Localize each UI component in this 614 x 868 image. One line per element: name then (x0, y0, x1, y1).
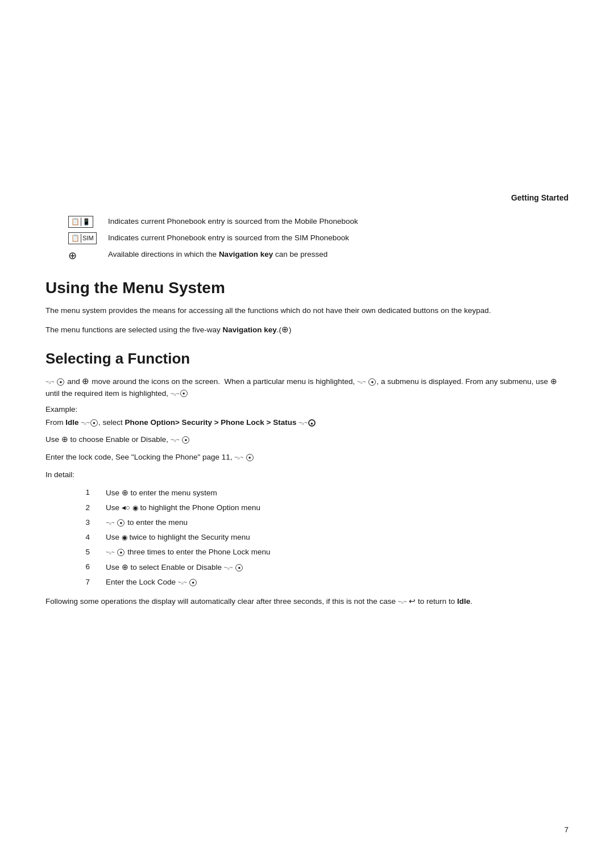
phonebook-mobile-description: Indicates current Phonebook entry is sou… (108, 216, 358, 227)
enter-lock-code: Enter the lock code, See "Locking the Ph… (45, 452, 569, 464)
nav-btn-lock: ● (246, 454, 254, 461)
page: Getting Started 📋📱 Indicates current Pho… (0, 0, 614, 868)
signal-icon-2: ~ᵢₗ~ (357, 379, 366, 385)
step-content: Use ⊕ to select Enable or Disable ~ᵢₗ~ ● (106, 561, 569, 574)
phonebook-sim-description: Indicates current Phonebook entry is sou… (108, 232, 349, 244)
use-nav-enable: Use ⊕ to choose Enable or Disable, ~ᵢₗ~ … (45, 433, 569, 446)
nav-btn-7: ● (189, 579, 197, 586)
step-number: 2 (80, 502, 90, 514)
step-content: Use ◂○ ◉ to highlight the Phone Option m… (106, 502, 569, 514)
section-using-menu: Using the Menu System The menu system pr… (45, 279, 569, 336)
signal-icon-idle: ~ᵢₗ~ (81, 420, 90, 426)
signal-icon-3: ~ᵢₗ~ (171, 391, 180, 397)
step-content: Use ◉ twice to highlight the Security me… (106, 532, 569, 544)
page-number: 7 (565, 825, 569, 834)
signal-icon-3: ~ᵢₗ~ (106, 520, 115, 526)
top-spacer (45, 34, 569, 193)
section1-title: Using the Menu System (45, 279, 569, 297)
icon-list: 📋📱 Indicates current Phonebook entry is … (68, 216, 569, 263)
signal-icon-return: ~ᵢₗ~ (398, 599, 407, 605)
phonebook-sim-icon: 📋SIM (68, 232, 98, 244)
nav-btn-idle: ● (90, 419, 98, 427)
section1-para1: The menu system provides the means for a… (45, 305, 569, 317)
nav-btn-6: ● (235, 564, 243, 571)
signal-icon-6: ~ᵢₗ~ (224, 565, 233, 571)
list-item: 5 ~ᵢₗ~ ● three times to enter the Phone … (80, 546, 569, 558)
step-content: Enter the Lock Code ~ᵢₗ~ ● (106, 577, 569, 589)
signal-icon-1: ~ᵢₗ~ (45, 379, 55, 385)
nav-center-btn-2: ● (368, 378, 376, 386)
example-label: Example: (45, 405, 569, 414)
step-content: ~ᵢₗ~ ● three times to enter the Phone Lo… (106, 546, 569, 558)
list-item: 4 Use ◉ twice to highlight the Security … (80, 532, 569, 544)
section2-title: Selecting a Function (45, 350, 569, 368)
from-idle-instruction: From Idle ~ᵢₗ~●, select Phone Option> Se… (45, 417, 569, 429)
step-content: Use ⊕ to enter the menu system (106, 487, 569, 499)
navigation-key-icon: ⊕ (68, 249, 98, 263)
step-number: 6 (80, 561, 90, 573)
list-item: 📋SIM Indicates current Phonebook entry i… (68, 232, 569, 244)
list-item: 2 Use ◂○ ◉ to highlight the Phone Option… (80, 502, 569, 514)
section-header: Getting Started (45, 193, 569, 202)
nav-center-btn-3: ● (180, 390, 188, 397)
section-selecting-function: Selecting a Function ~ᵢₗ~ ● and ⊕ move a… (45, 350, 569, 608)
list-item: 3 ~ᵢₗ~ ● to enter the menu (80, 517, 569, 529)
return-icon: ↩ (409, 596, 416, 606)
step-number: 4 (80, 532, 90, 544)
navigation-key-description: Available directions in which the Naviga… (108, 249, 327, 260)
nav-center-btn-1: ● (57, 378, 64, 386)
nav-btn-3: ● (117, 519, 125, 527)
nav-btn-5: ● (117, 549, 125, 556)
section-header-text: Getting Started (511, 193, 569, 202)
step-number: 1 (80, 487, 90, 499)
nav-btn-status: ● (308, 419, 316, 427)
signal-icon-lock: ~ᵢₗ~ (234, 454, 243, 461)
section1-para2: The menu functions are selected using th… (45, 323, 569, 336)
list-item: 7 Enter the Lock Code ~ᵢₗ~ ● (80, 577, 569, 589)
signal-icon-status: ~ᵢₗ~ (298, 420, 308, 426)
step-number: 7 (80, 577, 90, 589)
list-item: 1 Use ⊕ to enter the menu system (80, 487, 569, 499)
phonebook-mobile-icon: 📋📱 (68, 216, 98, 228)
step-number: 5 (80, 546, 90, 558)
list-item: 📋📱 Indicates current Phonebook entry is … (68, 216, 569, 228)
signal-icon-7: ~ᵢₗ~ (178, 579, 187, 586)
nav-btn-enable: ● (182, 436, 189, 444)
signal-icon-5: ~ᵢₗ~ (106, 549, 115, 556)
step-content: ~ᵢₗ~ ● to enter the menu (106, 517, 569, 529)
signal-icon-enable: ~ᵢₗ~ (171, 437, 180, 443)
numbered-steps: 1 Use ⊕ to enter the menu system 2 Use ◂… (80, 487, 569, 588)
following-text: Following some operations the display wi… (45, 595, 569, 608)
step-number: 3 (80, 517, 90, 529)
list-item: ⊕ Available directions in which the Navi… (68, 249, 569, 263)
section2-intro: ~ᵢₗ~ ● and ⊕ move around the icons on th… (45, 374, 569, 400)
list-item: 6 Use ⊕ to select Enable or Disable ~ᵢₗ~… (80, 561, 569, 574)
in-detail-label: In detail: (45, 469, 569, 481)
